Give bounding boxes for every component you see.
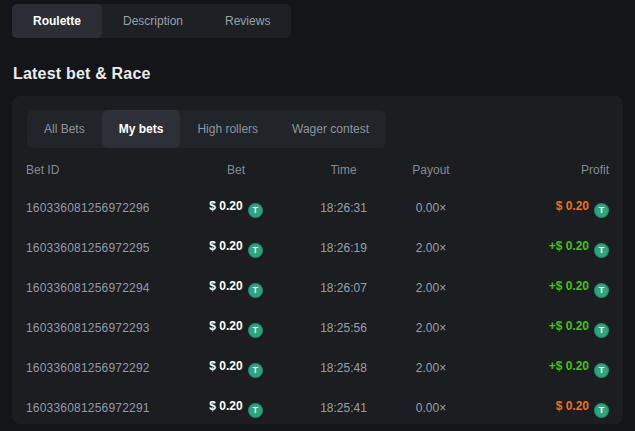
tether-icon: T (248, 203, 263, 218)
table-header: Bet ID Bet Time Payout Profit (26, 152, 609, 188)
tab-high-rollers[interactable]: High rollers (180, 110, 275, 148)
table-row[interactable]: 160336081256972292 $ 0.20T 18:25:48 2.00… (26, 348, 609, 388)
latest-bets-panel: All Bets My bets High rollers Wager cont… (12, 96, 623, 424)
bet-amount: $ 0.20T (176, 239, 296, 258)
bet-id-value: 160336081256972292 (26, 361, 176, 375)
tether-icon: T (594, 403, 609, 418)
tether-icon: T (248, 323, 263, 338)
tether-icon: T (594, 323, 609, 338)
tab-description[interactable]: Description (102, 4, 204, 38)
tab-roulette[interactable]: Roulette (12, 4, 102, 38)
bet-amount: $ 0.20T (176, 399, 296, 418)
bet-payout: 0.00× (391, 401, 471, 415)
col-bet-id: Bet ID (26, 163, 176, 177)
col-profit: Profit (471, 163, 609, 177)
tether-icon: T (248, 363, 263, 378)
tether-icon: T (594, 243, 609, 258)
bet-payout: 2.00× (391, 321, 471, 335)
bet-time: 18:25:56 (296, 321, 391, 335)
bet-time: 18:25:48 (296, 361, 391, 375)
tether-icon: T (594, 283, 609, 298)
table-row[interactable]: 160336081256972294 $ 0.20T 18:26:07 2.00… (26, 268, 609, 308)
bet-time: 18:26:07 (296, 281, 391, 295)
bet-id-value: 160336081256972294 (26, 281, 176, 295)
tab-reviews[interactable]: Reviews (204, 4, 291, 38)
bet-amount: $ 0.20T (176, 279, 296, 298)
bet-time: 18:25:41 (296, 401, 391, 415)
bet-time: 18:26:31 (296, 201, 391, 215)
bet-payout: 2.00× (391, 241, 471, 255)
bet-profit: +$ 0.20T (471, 319, 609, 338)
bet-profit: +$ 0.20T (471, 239, 609, 258)
section-title: Latest bet & Race (13, 65, 623, 83)
table-row[interactable]: 160336081256972293 $ 0.20T 18:25:56 2.00… (26, 308, 609, 348)
bet-id-value: 160336081256972291 (26, 401, 176, 415)
table-row[interactable]: 160336081256972291 $ 0.20T 18:25:41 0.00… (26, 388, 609, 428)
bet-time: 18:26:19 (296, 241, 391, 255)
tether-icon: T (594, 203, 609, 218)
bet-id-value: 160336081256972295 (26, 241, 176, 255)
bet-profit: $ 0.20T (471, 399, 609, 418)
tab-wager-contest[interactable]: Wager contest (275, 110, 386, 148)
table-row[interactable]: 160336081256972295 $ 0.20T 18:26:19 2.00… (26, 228, 609, 268)
game-tabs: Roulette Description Reviews (12, 4, 291, 38)
bet-amount: $ 0.20T (176, 319, 296, 338)
tether-icon: T (248, 403, 263, 418)
bets-filter-tabs: All Bets My bets High rollers Wager cont… (27, 110, 386, 148)
bet-profit: +$ 0.20T (471, 279, 609, 298)
bet-profit: +$ 0.20T (471, 359, 609, 378)
col-bet: Bet (176, 163, 296, 177)
tab-all-bets[interactable]: All Bets (27, 110, 102, 148)
tether-icon: T (248, 283, 263, 298)
table-body: 160336081256972296 $ 0.20T 18:26:31 0.00… (26, 188, 609, 428)
tab-my-bets[interactable]: My bets (102, 110, 181, 148)
col-payout: Payout (391, 163, 471, 177)
bet-payout: 0.00× (391, 201, 471, 215)
bet-id-value: 160336081256972293 (26, 321, 176, 335)
tether-icon: T (594, 363, 609, 378)
bet-amount: $ 0.20T (176, 199, 296, 218)
bet-amount: $ 0.20T (176, 359, 296, 378)
table-row[interactable]: 160336081256972296 $ 0.20T 18:26:31 0.00… (26, 188, 609, 228)
bet-payout: 2.00× (391, 281, 471, 295)
bet-payout: 2.00× (391, 361, 471, 375)
bet-id-value: 160336081256972296 (26, 201, 176, 215)
bet-profit: $ 0.20T (471, 199, 609, 218)
tether-icon: T (248, 243, 263, 258)
col-time: Time (296, 163, 391, 177)
game-page: Roulette Description Reviews Latest bet … (0, 0, 635, 424)
